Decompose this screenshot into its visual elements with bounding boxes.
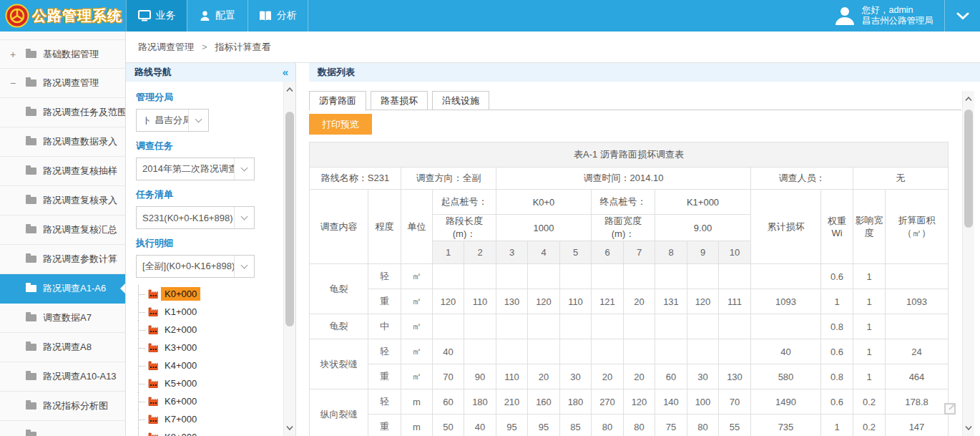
tree-node-K3+000[interactable]: K3+000 [136,339,283,357]
tree-connector [138,392,147,410]
user-menu-toggle[interactable] [944,0,980,32]
tree-node-K7+000[interactable]: K7+000 [136,410,283,428]
scroll-up-arrow[interactable] [284,84,295,95]
print-preview-button[interactable]: 打印预览 [309,114,372,135]
cell-impact-0: 1 [853,264,886,289]
chevron-down-icon[interactable] [234,207,254,228]
dropdown-value: ト 昌吉分局 [137,114,188,127]
cell-weight-6: 1 [821,415,853,436]
cell-4-8: 30 [687,364,719,389]
tree-node-label: K7+000 [161,412,200,426]
tree-node-K8+000[interactable]: K8+000 [136,428,283,436]
sidebar-item-13[interactable] [0,421,125,436]
book-icon [259,10,272,21]
header-width-label: 路面宽度(m)： [592,215,655,241]
tree-node-K5+000[interactable]: K5+000 [136,374,283,392]
sidebar-item-4[interactable]: 路况调查复核抽样 [0,157,125,186]
sidebar-item-12[interactable]: 路况指标分析图 [0,392,125,421]
nav-dropdown-0[interactable]: ト 昌吉分局 [136,109,209,132]
sidebar-item-6[interactable]: 路况调查复核汇总 [0,215,125,245]
folder-icon [26,138,36,145]
tree-node-K1+000[interactable]: K1+000 [136,303,283,321]
nav-dropdown-2[interactable]: S231(K0+0-K16+898) [136,206,255,229]
cell-1-1: 110 [464,289,496,314]
expander-icon[interactable]: + [10,49,16,60]
top-nav-tab-0[interactable]: 业务 [126,0,187,32]
cell-weight-5: 0.6 [821,389,853,415]
chevron-down-icon[interactable] [188,110,208,131]
scrollbar-thumb[interactable] [964,110,973,228]
row-label-2: 龟裂 [310,314,368,339]
cell-cumulative-6: 735 [751,415,821,436]
nav-panel-scrollbar[interactable] [283,82,295,436]
breadcrumb-item-0[interactable]: 路况调查管理 [138,32,194,62]
dropdown-value: S231(K0+0-K16+898) [137,213,234,223]
tree-node-K4+000[interactable]: K4+000 [136,357,283,374]
sidebar-item-8[interactable]: 路况调查A1-A6 [0,274,125,304]
cell-impact-4: 1 [853,364,886,389]
sidebar-item-10[interactable]: 路况调查A8 [0,333,125,362]
sidebar-item-5[interactable]: 路况调查复核录入 [0,186,125,215]
cell-area-6: 147 [886,415,949,436]
tab-2[interactable]: 沿线设施 [432,91,489,110]
chevron-down-icon[interactable] [234,158,254,180]
user-greeting: 您好，admin [862,5,934,16]
main-scrollbar[interactable] [962,91,974,436]
cell-2-0 [433,314,464,339]
cell-cumulative-3: 40 [751,339,821,364]
cell-6-5: 80 [592,415,624,436]
cell-degree-0: 轻 [368,264,401,289]
folder-icon [26,51,36,58]
tree-connector [138,410,147,428]
scrollbar-thumb[interactable] [285,112,294,326]
header-end-value: K1+000 [655,190,751,215]
sidebar-item-1[interactable]: −路况调查管理 [0,69,125,98]
route-nav-title: 路线导航 [134,67,172,77]
cell-4-1: 90 [464,364,496,389]
sidebar-item-0[interactable]: +基础数据管理 [0,39,125,69]
cell-unit-6: m [401,415,433,436]
scroll-down-arrow[interactable] [284,422,295,434]
tree-node-K0+000[interactable]: K0+000 [136,285,283,303]
cell-weight-3: 0.6 [821,339,853,364]
tree-node-K6+000[interactable]: K6+000 [136,392,283,410]
tree-node-K2+000[interactable]: K2+000 [136,321,283,339]
top-nav-tab-1[interactable]: 配置 [187,0,248,32]
route-nav-panel: 路线导航 « 管理分局ト 昌吉分局调查任务2014年第二次路况调查任务清单S23… [126,63,296,436]
nav-dropdown-3[interactable]: [全副](K0+0-K16+898) [136,255,255,278]
top-nav-tab-2[interactable]: 分析 [248,0,308,32]
sidebar-item-label: 路况调查复核录入 [43,194,117,207]
tab-1[interactable]: 路基损坏 [371,91,428,110]
cell-3-0: 40 [433,339,464,364]
nav-dropdown-1[interactable]: 2014年第二次路况调查 [136,158,255,180]
folder-icon [26,285,36,292]
data-list-header: 数据列表 [309,63,980,82]
collapse-panel-icon[interactable]: « [283,63,288,82]
cell-3-9 [719,339,751,364]
cell-3-3 [528,339,560,364]
header-unit: 单位 [401,190,433,264]
sidebar-item-9[interactable]: 调查数据A7 [0,304,125,333]
sidebar-item-label: 路况调查A10-A13 [43,370,117,383]
cell-2-6 [624,314,655,339]
header-degree: 程度 [368,190,401,264]
expand-icon[interactable] [942,398,961,417]
sidebar-item-label: 路况调查复核抽样 [43,165,117,178]
sidebar-item-11[interactable]: 路况调查A10-A13 [0,362,125,392]
cell-degree-6: 重 [368,415,401,436]
scroll-down-arrow[interactable] [963,422,974,434]
row-label-3: 块状裂缝 [310,339,368,389]
cell-1-0: 120 [433,289,464,314]
folder-icon [26,344,36,351]
scroll-up-arrow[interactable] [963,93,974,105]
cell-6-4: 85 [560,415,592,436]
expander-icon[interactable]: − [10,77,16,89]
sidebar-item-7[interactable]: 路况调查参数计算 [0,245,125,274]
chevron-down-icon[interactable] [234,256,254,277]
cell-area-2 [886,314,949,339]
cell-impact-1: 1 [853,289,886,314]
sidebar-item-3[interactable]: 路况调查数据录入 [0,127,125,157]
tab-0[interactable]: 沥青路面 [309,91,366,111]
sidebar-item-2[interactable]: 路况调查任务及范围 [0,98,125,127]
user-area[interactable]: 您好，admin 昌吉州公路管理局 [824,0,944,32]
